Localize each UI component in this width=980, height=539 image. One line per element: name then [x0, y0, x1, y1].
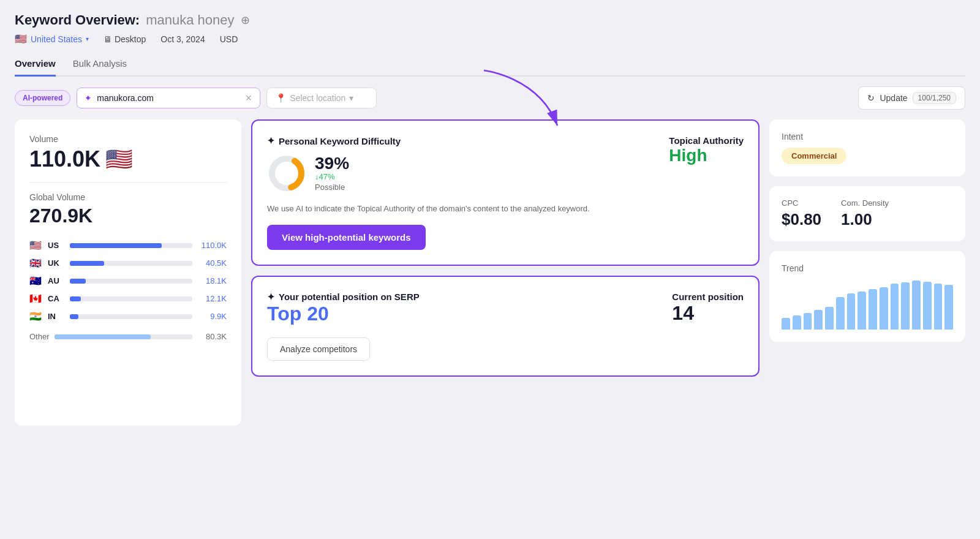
page-title-static: Keyword Overview: — [15, 12, 140, 28]
country-bar-wrap — [70, 261, 192, 266]
tabs-bar: Overview Bulk Analysis — [15, 52, 965, 77]
trend-bar — [858, 292, 866, 330]
chevron-down-icon: ▾ — [349, 93, 353, 103]
right-panel: Intent Commercial CPC $0.80 Com. Density… — [769, 119, 965, 342]
topical-value: High — [669, 146, 744, 165]
tab-overview[interactable]: Overview — [15, 52, 56, 77]
country-bar-fill — [70, 261, 104, 266]
location-select[interactable]: 📍 Select location ▾ — [266, 88, 377, 108]
topical-authority-section: Topical Authority High — [669, 135, 744, 165]
metrics-card: CPC $0.80 Com. Density 1.00 — [769, 186, 965, 241]
trend-card: Trend — [769, 251, 965, 342]
tab-bulk-analysis[interactable]: Bulk Analysis — [73, 52, 127, 77]
us-flag-small: 🇺🇸 — [105, 146, 133, 172]
country-bar-fill — [70, 296, 81, 301]
update-label: Update — [880, 93, 907, 103]
pkd-card: ✦ Personal Keyword Difficulty 39% ↓ — [251, 119, 760, 266]
trend-bar — [814, 310, 823, 330]
pkd-title-text: Personal Keyword Difficulty — [279, 136, 401, 146]
us-flag-icon: 🇺🇸 — [15, 33, 27, 45]
country-value: 110.0K — [197, 241, 227, 250]
trend-label: Trend — [782, 263, 953, 273]
density-value: 1.00 — [841, 210, 889, 229]
intent-badge: Commercial — [782, 148, 846, 164]
cpc-metric: CPC $0.80 — [782, 198, 821, 229]
density-metric: Com. Density 1.00 — [841, 198, 889, 229]
trend-bar — [869, 289, 877, 330]
pkd-left: ✦ Personal Keyword Difficulty 39% ↓ — [267, 135, 401, 193]
serp-position-value: Top 20 — [267, 303, 420, 325]
metrics-row: CPC $0.80 Com. Density 1.00 — [782, 198, 953, 229]
country-value: 12.1K — [197, 294, 227, 303]
add-keyword-icon[interactable]: ⊕ — [241, 13, 250, 27]
domain-search-wrap[interactable]: ✦ manukora.com ✕ — [77, 88, 260, 108]
monitor-icon: 🖥 — [104, 34, 112, 44]
country-bar-wrap — [70, 296, 192, 301]
cpc-label: CPC — [782, 198, 821, 208]
location-text: United States — [31, 34, 82, 44]
trend-bar — [782, 318, 790, 330]
trend-bar — [836, 297, 845, 330]
pkd-title: ✦ Personal Keyword Difficulty — [267, 135, 401, 146]
country-bar-fill — [70, 279, 86, 284]
global-volume-label: Global Volume — [29, 192, 227, 202]
volume-panel: Volume 110.0K 🇺🇸 Global Volume 270.9K 🇺🇸… — [15, 119, 241, 426]
country-row: 🇦🇺 AU 18.1K — [29, 275, 227, 287]
global-volume-value: 270.9K — [29, 205, 227, 227]
other-label: Other — [29, 332, 50, 341]
view-high-potential-button[interactable]: View high-potential keywords — [267, 225, 426, 250]
currency-text: USD — [220, 34, 238, 44]
pkd-possible: Possible — [315, 183, 349, 192]
date-text: Oct 3, 2024 — [160, 34, 205, 44]
country-bar-fill — [70, 314, 78, 319]
country-bar-wrap — [70, 243, 192, 248]
other-bar-fill — [55, 334, 151, 339]
trend-bar — [793, 315, 801, 330]
country-code: IN — [48, 312, 65, 321]
other-value: 80.3K — [197, 332, 227, 341]
country-row: 🇨🇦 CA 12.1K — [29, 293, 227, 304]
location-selector[interactable]: 🇺🇸 United States ▾ — [15, 33, 89, 45]
country-code: CA — [48, 294, 65, 303]
country-value: 18.1K — [197, 276, 227, 285]
donut-chart — [267, 154, 306, 193]
pkd-percent: 39% — [315, 155, 349, 172]
country-code: AU — [48, 276, 65, 285]
current-position-label: Current position — [672, 292, 744, 302]
update-button[interactable]: ↻ Update 100/1,250 — [858, 86, 965, 110]
current-position-section: Current position 14 — [672, 292, 744, 325]
page-header: Keyword Overview: manuka honey ⊕ 🇺🇸 Unit… — [15, 12, 965, 45]
country-bar-fill — [70, 243, 162, 248]
serp-left: ✦ Your potential position on SERP Top 20 — [267, 292, 420, 325]
country-flag: 🇬🇧 — [29, 257, 43, 269]
serp-title: ✦ Your potential position on SERP — [267, 292, 420, 303]
trend-bar — [912, 281, 921, 330]
country-list: 🇺🇸 US 110.0K 🇬🇧 UK 40.5K 🇦🇺 AU 18.1K 🇨🇦 … — [29, 239, 227, 322]
center-panel: ✦ Personal Keyword Difficulty 39% ↓ — [251, 119, 760, 377]
country-flag: 🇮🇳 — [29, 311, 43, 322]
pkd-change: ↓47% — [315, 172, 349, 181]
trend-bar — [923, 282, 932, 330]
device-text: 🖥 Desktop — [104, 34, 146, 44]
pkd-percent-wrap: 39% ↓47% Possible — [315, 155, 349, 192]
intent-card: Intent Commercial — [769, 119, 965, 176]
trend-bar — [891, 284, 899, 330]
ai-powered-badge: AI-powered — [15, 90, 70, 106]
country-value: 40.5K — [197, 258, 227, 268]
density-label: Com. Density — [841, 198, 889, 208]
country-bar-wrap — [70, 279, 192, 284]
clear-icon[interactable]: ✕ — [245, 93, 252, 103]
trend-bars — [782, 281, 953, 330]
analyze-competitors-button[interactable]: Analyze competitors — [267, 337, 370, 361]
refresh-icon: ↻ — [867, 93, 875, 103]
other-bar-wrap — [55, 334, 192, 339]
country-flag: 🇦🇺 — [29, 275, 43, 287]
serp-title-text: Your potential position on SERP — [279, 292, 420, 302]
country-code: UK — [48, 258, 65, 268]
serp-card: ✦ Your potential position on SERP Top 20… — [251, 276, 760, 377]
update-count-badge: 100/1,250 — [913, 92, 956, 104]
sparkle-icon: ✦ — [267, 135, 275, 146]
domain-input[interactable]: manukora.com — [97, 93, 240, 103]
sparkle-icon: ✦ — [85, 93, 92, 103]
trend-bar — [934, 284, 943, 330]
